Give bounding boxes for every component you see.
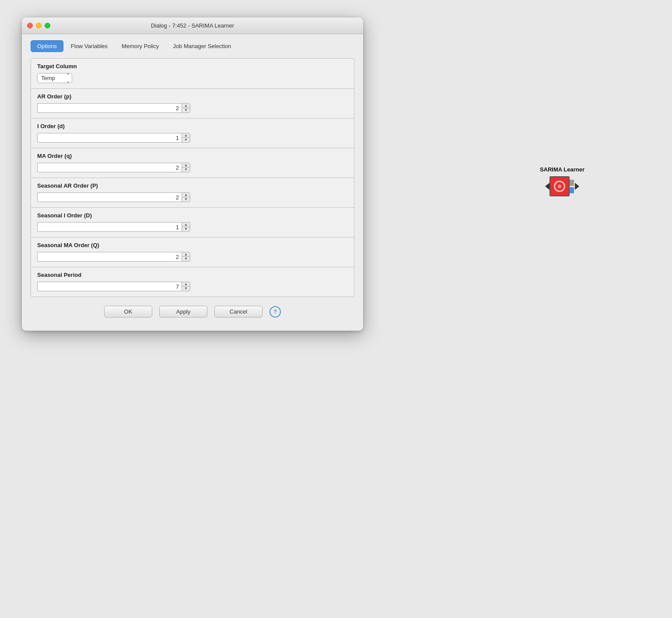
- form-container: Target Column Temp ⌃⌄ AR Order (p) ▲ ▼: [31, 58, 354, 297]
- section-target-column: Target Column Temp ⌃⌄: [31, 59, 354, 89]
- seasonal-ar-order-decrement[interactable]: ▼: [182, 197, 190, 202]
- i-order-increment[interactable]: ▲: [182, 133, 190, 138]
- ma-order-increment[interactable]: ▲: [182, 163, 190, 168]
- bottom-bar: OK Apply Cancel ?: [31, 297, 354, 322]
- cancel-button[interactable]: Cancel: [214, 306, 262, 318]
- ar-order-decrement[interactable]: ▼: [182, 108, 190, 112]
- seasonal-ar-order-increment[interactable]: ▲: [182, 193, 190, 197]
- seasonal-ma-order-increment[interactable]: ▲: [182, 252, 190, 257]
- seasonal-ma-order-decrement[interactable]: ▼: [182, 257, 190, 261]
- section-seasonal-ar-order: Seasonal AR Order (P) ▲ ▼: [31, 178, 354, 208]
- seasonal-ma-order-spinner: ▲ ▼: [37, 252, 348, 262]
- title-bar: Dialog - 7:452 - SARIMA Learner: [22, 17, 363, 34]
- i-order-input[interactable]: [37, 133, 182, 143]
- seasonal-i-order-increment[interactable]: ▲: [182, 223, 190, 227]
- tab-flow-variables[interactable]: Flow Variables: [64, 40, 114, 52]
- traffic-lights: [27, 23, 50, 28]
- target-column-select[interactable]: Temp: [37, 73, 72, 83]
- i-order-decrement[interactable]: ▼: [182, 138, 190, 142]
- node-icon: [554, 181, 565, 192]
- ar-order-spinner-buttons: ▲ ▼: [182, 103, 190, 113]
- node-output-ports: [570, 180, 574, 193]
- seasonal-i-order-label: Seasonal I Order (D): [37, 212, 348, 219]
- i-order-spinner: ▲ ▼: [37, 133, 348, 143]
- ma-order-decrement[interactable]: ▼: [182, 168, 190, 172]
- seasonal-period-input[interactable]: [37, 282, 182, 291]
- section-seasonal-i-order: Seasonal I Order (D) ▲ ▼: [31, 208, 354, 237]
- section-ar-order: AR Order (p) ▲ ▼: [31, 89, 354, 119]
- node-input-arrow: [545, 183, 550, 190]
- apply-button[interactable]: Apply: [159, 306, 207, 318]
- node-widget: SARIMA Learner: [540, 166, 584, 196]
- node-icon-box[interactable]: [550, 176, 570, 196]
- seasonal-period-decrement[interactable]: ▼: [182, 286, 190, 291]
- seasonal-ma-order-input[interactable]: [37, 252, 182, 262]
- section-seasonal-ma-order: Seasonal MA Order (Q) ▲ ▼: [31, 237, 354, 267]
- section-seasonal-period: Seasonal Period ▲ ▼: [31, 267, 354, 297]
- ma-order-input[interactable]: [37, 163, 182, 172]
- node-body: [545, 176, 579, 196]
- section-ma-order: MA Order (q) ▲ ▼: [31, 148, 354, 178]
- seasonal-i-order-spinner: ▲ ▼: [37, 222, 348, 232]
- ma-order-label: MA Order (q): [37, 153, 348, 159]
- seasonal-ar-order-label: Seasonal AR Order (P): [37, 182, 348, 189]
- node-port-gray: [570, 180, 574, 186]
- seasonal-i-order-spinner-buttons: ▲ ▼: [182, 222, 190, 232]
- ma-order-spinner-buttons: ▲ ▼: [182, 163, 190, 172]
- ar-order-spinner: ▲ ▼: [37, 103, 348, 113]
- ok-button[interactable]: OK: [104, 306, 152, 318]
- target-column-label: Target Column: [37, 63, 348, 70]
- minimize-button[interactable]: [36, 23, 42, 28]
- seasonal-i-order-input[interactable]: [37, 222, 182, 232]
- window-content: Options Flow Variables Memory Policy Job…: [22, 34, 363, 331]
- tab-memory-policy[interactable]: Memory Policy: [115, 40, 165, 52]
- ar-order-label: AR Order (p): [37, 93, 348, 100]
- window-title: Dialog - 7:452 - SARIMA Learner: [151, 22, 234, 29]
- seasonal-ar-order-input[interactable]: [37, 192, 182, 202]
- tab-job-manager[interactable]: Job Manager Selection: [166, 40, 238, 52]
- seasonal-ma-order-spinner-buttons: ▲ ▼: [182, 252, 190, 262]
- dialog-window: Dialog - 7:452 - SARIMA Learner Options …: [22, 17, 363, 331]
- close-button[interactable]: [27, 23, 33, 28]
- ar-order-input[interactable]: [37, 103, 182, 113]
- maximize-button[interactable]: [45, 23, 50, 28]
- seasonal-period-spinner-buttons: ▲ ▼: [182, 282, 190, 291]
- seasonal-period-spinner: ▲ ▼: [37, 282, 348, 291]
- seasonal-ma-order-label: Seasonal MA Order (Q): [37, 242, 348, 248]
- target-column-select-wrapper: Temp ⌃⌄: [37, 73, 72, 83]
- node-label: SARIMA Learner: [540, 166, 584, 173]
- seasonal-period-label: Seasonal Period: [37, 272, 348, 278]
- seasonal-ar-order-spinner: ▲ ▼: [37, 192, 348, 202]
- node-output-arrow: [575, 183, 579, 190]
- seasonal-i-order-decrement[interactable]: ▼: [182, 227, 190, 231]
- i-order-spinner-buttons: ▲ ▼: [182, 133, 190, 143]
- seasonal-ar-order-spinner-buttons: ▲ ▼: [182, 192, 190, 202]
- ar-order-increment[interactable]: ▲: [182, 104, 190, 108]
- ma-order-spinner: ▲ ▼: [37, 163, 348, 172]
- section-i-order: I Order (d) ▲ ▼: [31, 119, 354, 148]
- tab-bar: Options Flow Variables Memory Policy Job…: [31, 40, 354, 52]
- i-order-label: I Order (d): [37, 123, 348, 129]
- help-button[interactable]: ?: [270, 306, 281, 318]
- tab-options[interactable]: Options: [31, 40, 63, 52]
- node-port-blue: [570, 187, 574, 193]
- seasonal-period-increment[interactable]: ▲: [182, 282, 190, 286]
